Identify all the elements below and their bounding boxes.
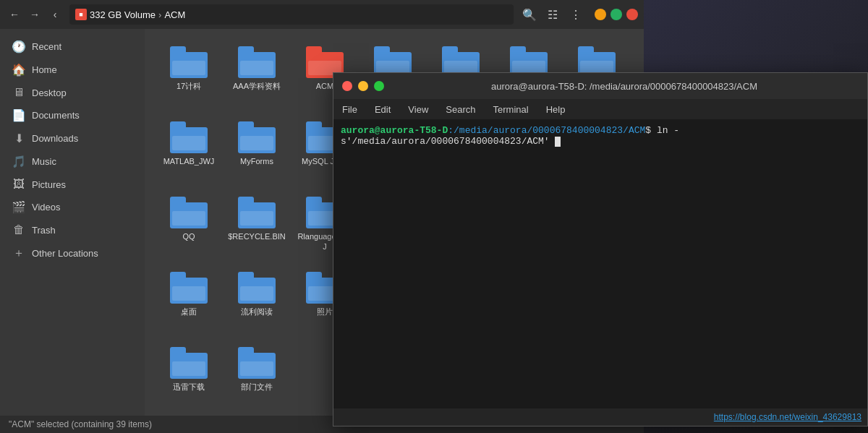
list-item[interactable]: MATLAB_JWJ xyxy=(156,116,221,188)
list-item[interactable]: MyForms xyxy=(224,116,289,188)
sidebar-item-downloads[interactable]: ⬇ Downloads xyxy=(3,127,142,150)
sidebar-label-desktop: Desktop xyxy=(32,87,67,98)
downloads-icon: ⬇ xyxy=(12,132,26,145)
file-name: 17计科 xyxy=(176,81,201,91)
music-icon: 🎵 xyxy=(12,155,26,168)
window-controls xyxy=(595,9,638,20)
sidebar-item-home[interactable]: 🏠 Home xyxy=(3,59,142,81)
terminal-window: aurora@aurora-T58-D: /media/aurora/00006… xyxy=(333,72,868,426)
file-name: MATLAB_JWJ xyxy=(163,156,215,166)
sidebar-item-videos[interactable]: 🎬 Videos xyxy=(3,196,142,218)
folder-icon xyxy=(238,272,276,304)
terminal-status-link[interactable]: https://blog.csdn.net/weixin_43629813 xyxy=(714,412,861,422)
terminal-status: https://blog.csdn.net/weixin_43629813 xyxy=(333,408,867,426)
location-bar: ■ 332 GB Volume › ACM xyxy=(69,4,514,25)
pictures-icon: 🖼 xyxy=(12,178,26,191)
menu-item-terminal[interactable]: Terminal xyxy=(490,103,532,116)
sidebar: 🕐 Recent 🏠 Home 🖥 Desktop 📄 Documents ⬇ … xyxy=(0,29,145,416)
terminal-titlebar: aurora@aurora-T58-D: /media/aurora/00006… xyxy=(333,73,867,99)
list-item[interactable]: 流利阅读 xyxy=(224,266,289,338)
menu-item-view[interactable]: View xyxy=(405,103,431,116)
terminal-maximize-button[interactable] xyxy=(374,81,384,91)
folder-icon xyxy=(238,121,276,153)
volume-icon: ■ xyxy=(75,9,87,20)
add-icon: ＋ xyxy=(12,246,26,261)
file-name: 照片 xyxy=(317,306,333,317)
terminal-prompt-path: :/media/aurora/0000678400004823/ACM xyxy=(448,125,645,136)
maximize-button[interactable] xyxy=(610,9,622,20)
sidebar-label-music: Music xyxy=(32,156,56,167)
videos-icon: 🎬 xyxy=(12,200,26,214)
terminal-title: aurora@aurora-T58-D: /media/aurora/00006… xyxy=(390,81,859,92)
menu-item-search[interactable]: Search xyxy=(443,103,478,116)
sidebar-label-pictures: Pictures xyxy=(32,179,66,190)
file-name: 桌面 xyxy=(181,306,197,317)
folder-icon xyxy=(238,46,276,78)
documents-icon: 📄 xyxy=(12,108,26,122)
toolbar-icons: 🔍 ☷ ⋮ xyxy=(519,4,586,25)
view-toggle-button[interactable]: ☷ xyxy=(542,4,563,25)
terminal-close-button[interactable] xyxy=(342,81,352,91)
sidebar-label-trash: Trash xyxy=(32,225,56,236)
minimize-button[interactable] xyxy=(595,9,606,20)
menu-item-help[interactable]: Help xyxy=(543,103,569,116)
list-item[interactable]: 17计科 xyxy=(156,40,221,113)
folder-icon xyxy=(170,197,208,228)
sidebar-item-documents[interactable]: 📄 Documents xyxy=(3,104,142,127)
sidebar-item-trash[interactable]: 🗑 Trash xyxy=(3,219,142,241)
folder-icon xyxy=(170,347,208,379)
terminal-minimize-button[interactable] xyxy=(358,81,368,91)
file-name: 部门文件 xyxy=(241,382,273,392)
history-button[interactable]: ‹ xyxy=(46,6,64,23)
desktop-icon: 🖥 xyxy=(12,86,26,99)
menu-item-file[interactable]: File xyxy=(339,103,360,116)
terminal-body[interactable]: aurora@aurora-T58-D:/media/aurora/000067… xyxy=(333,119,867,408)
list-item[interactable]: 桌面 xyxy=(156,266,221,338)
list-item[interactable]: AAA学科资料 xyxy=(224,40,289,113)
folder-icon xyxy=(238,347,276,379)
home-icon: 🏠 xyxy=(12,63,26,77)
file-name: 流利阅读 xyxy=(241,306,273,317)
sidebar-label-videos: Videos xyxy=(32,202,61,213)
list-item[interactable]: 迅雷下载 xyxy=(156,341,221,413)
list-item[interactable]: 部门文件 xyxy=(224,341,289,413)
terminal-menu: File Edit View Search Terminal Help xyxy=(333,99,867,119)
path-label: ACM xyxy=(164,9,185,20)
sidebar-item-recent[interactable]: 🕐 Recent xyxy=(3,35,142,58)
folder-icon xyxy=(170,272,208,304)
trash-icon: 🗑 xyxy=(12,223,26,236)
file-name: $RECYCLE.BIN xyxy=(228,231,285,241)
file-manager-titlebar: ← → ‹ ■ 332 GB Volume › ACM 🔍 ☷ ⋮ xyxy=(0,0,644,29)
sidebar-label-other: Other Locations xyxy=(32,248,98,259)
search-button[interactable]: 🔍 xyxy=(519,4,540,25)
menu-item-edit[interactable]: Edit xyxy=(372,103,393,116)
folder-icon xyxy=(238,197,276,228)
sidebar-label-downloads: Downloads xyxy=(32,133,78,144)
list-item[interactable]: $RECYCLE.BIN xyxy=(224,191,289,263)
status-text: "ACM" selected (containing 39 items) xyxy=(9,419,152,429)
file-name: AAA学科资料 xyxy=(233,81,281,91)
volume-label: 332 GB Volume xyxy=(90,9,156,20)
path-separator: › xyxy=(158,9,161,20)
file-name: QQ xyxy=(182,231,195,241)
forward-button[interactable]: → xyxy=(26,6,43,23)
terminal-cursor xyxy=(555,137,561,147)
folder-icon xyxy=(170,46,208,78)
sidebar-label-home: Home xyxy=(32,64,57,75)
file-name: MyForms xyxy=(240,156,273,166)
sidebar-label-recent: Recent xyxy=(32,41,61,52)
sidebar-label-documents: Documents xyxy=(32,110,80,121)
back-button[interactable]: ← xyxy=(6,6,23,23)
sidebar-item-music[interactable]: 🎵 Music xyxy=(3,150,142,173)
file-name: 迅雷下载 xyxy=(173,382,205,392)
close-button[interactable] xyxy=(626,9,638,20)
recent-icon: 🕐 xyxy=(12,40,26,53)
file-name: ACM xyxy=(316,81,333,91)
menu-button[interactable]: ⋮ xyxy=(566,4,586,25)
sidebar-item-desktop[interactable]: 🖥 Desktop xyxy=(3,82,142,103)
sidebar-item-pictures[interactable]: 🖼 Pictures xyxy=(3,173,142,195)
sidebar-item-other-locations[interactable]: ＋ Other Locations xyxy=(3,241,142,265)
folder-icon xyxy=(170,121,208,153)
list-item[interactable]: QQ xyxy=(156,191,221,263)
terminal-prompt-dollar: $ xyxy=(645,125,657,136)
